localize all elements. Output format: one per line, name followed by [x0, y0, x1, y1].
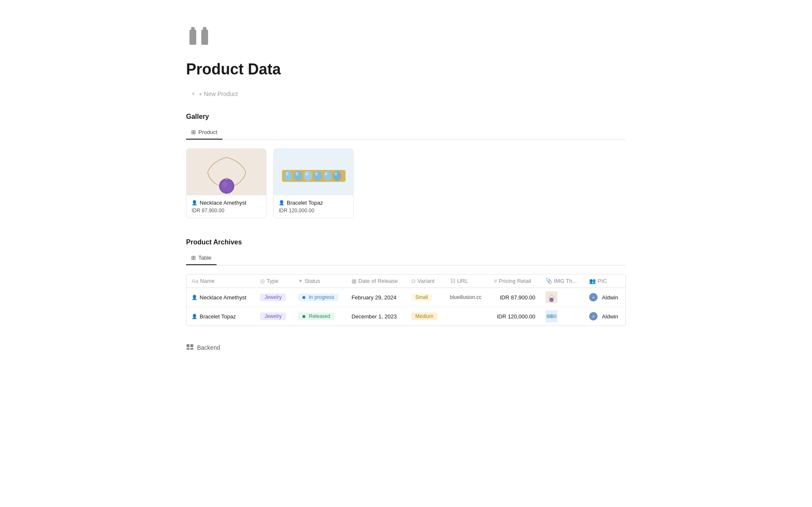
svg-rect-3 [203, 27, 206, 30]
new-product-button[interactable]: ＋ + New Product [186, 88, 242, 99]
table-icon2: ⊞ [191, 255, 196, 261]
necklace-card-price: IDR 87,900.00 [192, 208, 261, 214]
status-dot-released [302, 315, 305, 318]
row1-url: blueillusion.cc [445, 288, 489, 307]
svg-point-29 [553, 314, 556, 318]
row2-date: December 1, 2023 [346, 307, 406, 326]
svg-point-27 [547, 314, 550, 318]
bracelet-card-body: 👤 Bracelet Topaz IDR 120,000.00 [274, 195, 353, 218]
gallery-title: Gallery [186, 113, 626, 121]
archives-section: Product Archives ⊞ Table AaName ◎Type [186, 238, 626, 326]
col-status: ✦Status [293, 274, 346, 288]
table-row: 👤 Necklace Amethyst Jewelry In progress [187, 288, 625, 307]
col-type: ◎Type [255, 274, 293, 288]
necklace-card-name: 👤 Necklace Amethyst [192, 200, 261, 206]
col-pic: 👥PIC [584, 274, 625, 288]
person-icon: 👤 [192, 200, 198, 206]
row2-price: IDR 120,000.00 [489, 307, 540, 326]
svg-rect-8 [226, 178, 228, 180]
svg-rect-0 [189, 30, 196, 45]
row1-type: Jewelry [255, 288, 293, 307]
row2-type: Jewelry [255, 307, 293, 326]
avatar-aldwin2: A [589, 312, 598, 321]
avatar-aldwin1: A [589, 293, 598, 301]
svg-point-28 [550, 314, 553, 318]
necklace-thumb [546, 291, 557, 303]
bracelet-image [274, 149, 354, 195]
row2-img [540, 307, 584, 326]
gallery-card-bracelet[interactable]: 👤 Bracelet Topaz IDR 120,000.00 [273, 148, 354, 218]
plus-icon: ＋ [190, 90, 196, 98]
gallery-section: Gallery ⊞ Product [186, 113, 626, 218]
bracelet-card-price: IDR 120,000.00 [279, 208, 348, 214]
svg-rect-33 [190, 348, 193, 350]
table-row: 👤 Bracelet Topaz Jewelry Released [187, 307, 625, 326]
svg-point-19 [305, 172, 308, 175]
archives-title: Product Archives [186, 238, 626, 246]
row1-price: IDR 87,900.00 [489, 288, 540, 307]
svg-point-15 [323, 171, 332, 181]
svg-rect-30 [187, 344, 189, 347]
backend-section: Backend [186, 343, 626, 352]
row2-name-icon: 👤 [192, 314, 198, 319]
necklace-card-body: 👤 Necklace Amethyst IDR 87,900.00 [187, 195, 266, 218]
svg-rect-2 [201, 30, 208, 45]
bracelet-card-name: 👤 Bracelet Topaz [279, 200, 348, 206]
row1-date: February 29, 2024 [346, 288, 406, 307]
gallery-grid: 👤 Necklace Amethyst IDR 87,900.00 [186, 148, 626, 218]
svg-point-18 [296, 172, 298, 175]
row1-pic: A Aldwin [584, 288, 625, 307]
svg-point-7 [223, 181, 227, 187]
backend-icon [186, 343, 194, 352]
archives-table: AaName ◎Type ✦Status ▦Date of Release ⊙V [187, 274, 625, 326]
svg-rect-31 [190, 344, 193, 347]
row2-pic: A Aldwin [584, 307, 625, 326]
row1-variant: Small [406, 288, 445, 307]
row2-variant: Medium [406, 307, 445, 326]
col-price: #Pricing Retail [489, 274, 540, 288]
row2-url [445, 307, 489, 326]
row1-img [540, 288, 584, 307]
backend-label: Backend [197, 344, 220, 351]
svg-point-17 [286, 172, 288, 175]
table-header-row: AaName ◎Type ✦Status ▦Date of Release ⊙V [187, 274, 625, 288]
col-date: ▦Date of Release [346, 274, 406, 288]
status-dot-inprogress [302, 296, 305, 299]
svg-point-21 [325, 172, 327, 175]
svg-point-13 [304, 171, 312, 181]
page-title: Product Data [186, 60, 626, 78]
bracelet-thumb [546, 310, 557, 322]
row1-name-icon: 👤 [192, 295, 198, 300]
col-variant: ⊙Variant [406, 274, 445, 288]
necklace-image [187, 149, 266, 195]
gallery-tabs: ⊞ Product [186, 126, 626, 140]
archives-tab-table[interactable]: ⊞ Table [186, 251, 217, 265]
svg-rect-32 [187, 348, 189, 350]
svg-point-20 [315, 172, 318, 175]
row2-status: Released [293, 307, 346, 326]
page-icon [186, 25, 626, 54]
svg-point-14 [313, 171, 322, 181]
svg-point-11 [284, 171, 293, 181]
svg-point-22 [335, 172, 337, 175]
col-name: AaName [187, 274, 255, 288]
svg-rect-1 [191, 27, 195, 30]
person-icon2: 👤 [279, 200, 285, 206]
table-icon: ⊞ [191, 129, 196, 135]
gallery-card-necklace[interactable]: 👤 Necklace Amethyst IDR 87,900.00 [186, 148, 266, 218]
svg-point-16 [333, 171, 341, 181]
col-img: 📎IMG Th... [540, 274, 584, 288]
svg-point-12 [294, 171, 302, 181]
archives-tabs: ⊞ Table [186, 251, 626, 266]
row1-status: In progress [293, 288, 346, 307]
col-url: ⛓URL [445, 274, 489, 288]
row1-name: 👤 Necklace Amethyst [187, 288, 255, 307]
gallery-tab-product[interactable]: ⊞ Product [186, 126, 222, 140]
row2-name: 👤 Bracelet Topaz [187, 307, 255, 326]
new-product-label: + New Product [199, 90, 238, 97]
archives-table-wrapper: AaName ◎Type ✦Status ▦Date of Release ⊙V [186, 274, 626, 326]
